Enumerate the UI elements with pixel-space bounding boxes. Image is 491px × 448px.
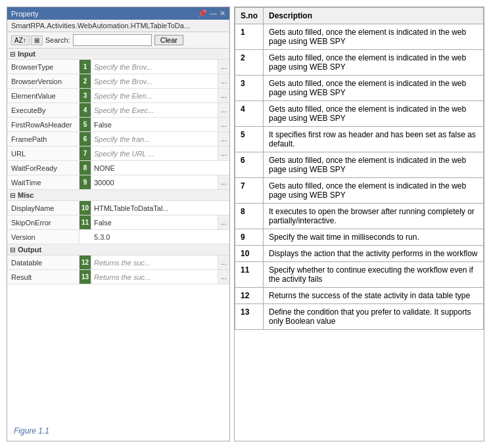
search-input[interactable] — [73, 34, 152, 46]
toolbar-icons: AZ↑ ⊞ — [11, 35, 43, 45]
pin-icon[interactable]: 📌 — [198, 9, 207, 18]
prop-result-ellipsis[interactable]: … — [218, 270, 229, 284]
prop-elementvalue-ellipsis[interactable]: … — [218, 89, 229, 102]
prop-waittime-ellipsis[interactable]: … — [218, 175, 229, 189]
section-misc-toggle: ⊟ — [10, 192, 15, 199]
table-row: 9 Specify the wait time in milliseconds … — [235, 229, 484, 246]
prop-browsertype-value[interactable]: Specify the Brov... — [91, 60, 218, 74]
prop-waitforready: WaitForReady 8 NONE — [7, 161, 229, 175]
prop-datatable-ellipsis[interactable]: … — [218, 256, 229, 269]
table-row: 7 Gets auto filled, once the element is … — [235, 178, 484, 204]
sort-category-button[interactable]: ⊞ — [31, 35, 43, 45]
figure-label: Figure 1.1 — [7, 421, 229, 441]
table-row: 10 Displays the action that the activity… — [235, 246, 484, 262]
prop-skiponerror-badge: 11 — [80, 215, 91, 229]
table-row: 4 Gets auto filled, once the element is … — [235, 101, 484, 127]
cell-desc: Gets auto filled, once the element is in… — [264, 50, 484, 76]
prop-skiponerror-ellipsis[interactable]: … — [218, 215, 229, 229]
section-input[interactable]: ⊟ Input — [7, 49, 229, 60]
prop-executeby-value[interactable]: Specify the Exec... — [91, 103, 218, 117]
prop-browserversion-name: BrowserVersion — [7, 74, 80, 88]
prop-firstrowasheader-name: FirstRowAsHeader — [7, 118, 80, 131]
prop-elementvalue-badge: 3 — [80, 89, 91, 102]
prop-displayname-value[interactable]: HTMLTableToDataTal... — [91, 201, 229, 215]
prop-url-value[interactable]: Specify the URL ... — [91, 146, 218, 160]
prop-firstrowasheader: FirstRowAsHeader 5 False … — [7, 118, 229, 132]
description-table: S.no Description 1 Gets auto filled, onc… — [235, 7, 484, 330]
prop-waitforready-badge: 8 — [80, 161, 91, 175]
close-icon[interactable]: ✕ — [220, 9, 225, 18]
prop-waittime-value[interactable]: 30000 — [91, 175, 218, 189]
table-row: 2 Gets auto filled, once the element is … — [235, 50, 484, 76]
prop-firstrowasheader-badge: 5 — [80, 118, 91, 131]
cell-desc: Specify the wait time in milliseconds to… — [264, 229, 484, 246]
cell-sno: 13 — [235, 304, 264, 330]
prop-skiponerror-name: SkipOnError — [7, 215, 80, 229]
section-input-toggle: ⊟ — [10, 51, 15, 58]
prop-executeby-ellipsis[interactable]: … — [218, 103, 229, 117]
prop-waittime-name: WaitTime — [7, 175, 80, 189]
prop-url-ellipsis[interactable]: … — [218, 146, 229, 160]
section-input-label: Input — [18, 50, 35, 58]
prop-result-value[interactable]: Returns the suc... — [91, 270, 218, 284]
prop-waittime: WaitTime 9 30000 … — [7, 175, 229, 190]
prop-elementvalue-name: ElementValue — [7, 89, 80, 102]
prop-executeby-name: ExecuteBy — [7, 103, 80, 117]
sort-alpha-button[interactable]: AZ↑ — [11, 35, 30, 45]
section-output-toggle: ⊟ — [10, 246, 15, 254]
table-row: 3 Gets auto filled, once the element is … — [235, 76, 484, 101]
section-misc-label: Misc — [18, 191, 34, 199]
col-header-sno: S.no — [235, 8, 264, 24]
cell-sno: 10 — [235, 246, 264, 262]
prop-executeby-badge: 4 — [80, 103, 91, 117]
prop-firstrowasheader-value[interactable]: False — [91, 118, 218, 131]
prop-elementvalue-value[interactable]: Specify the Elen... — [91, 89, 218, 102]
prop-waittime-badge: 9 — [80, 175, 91, 189]
dash-icon[interactable]: — — [210, 9, 217, 18]
table-row: 5 It specifies first row as header and h… — [235, 127, 484, 152]
prop-framepath: FramePath 6 Specify the fran... … — [7, 132, 229, 146]
panel-title: Property — [11, 10, 39, 18]
prop-result-badge: 13 — [80, 270, 91, 284]
prop-result-name: Result — [7, 270, 80, 284]
cell-sno: 11 — [235, 262, 264, 288]
prop-skiponerror-value[interactable]: False — [91, 215, 218, 229]
table-row: 8 It executes to open the browser after … — [235, 204, 484, 229]
panel-titlebar-icons: 📌 — ✕ — [198, 9, 225, 18]
prop-framepath-ellipsis[interactable]: … — [218, 132, 229, 146]
prop-displayname-badge: 10 — [80, 201, 91, 215]
cell-sno: 6 — [235, 152, 264, 178]
cell-desc: Specify whether to continue executing th… — [264, 262, 484, 288]
prop-result: Result 13 Returns the suc... … — [7, 270, 229, 284]
cell-sno: 2 — [235, 50, 264, 76]
cell-desc: Gets auto filled, once the element is in… — [264, 152, 484, 178]
prop-waitforready-value[interactable]: NONE — [91, 161, 229, 175]
prop-browserversion-ellipsis[interactable]: … — [218, 74, 229, 88]
panel-titlebar: Property 📌 — ✕ — [7, 7, 229, 20]
prop-browserversion: BrowserVersion 2 Specify the Brov... … — [7, 74, 229, 89]
prop-waitforready-name: WaitForReady — [7, 161, 80, 175]
prop-displayname-name: DisplayName — [7, 201, 80, 215]
property-panel: Property 📌 — ✕ SmartRPA.Activities.WebAu… — [7, 7, 230, 441]
cell-sno: 4 — [235, 101, 264, 127]
prop-framepath-value[interactable]: Specify the fran... — [91, 132, 218, 146]
cell-desc: Displays the action that the activity pe… — [264, 246, 484, 262]
panel-toolbar: AZ↑ ⊞ Search: Clear — [7, 32, 229, 49]
cell-desc: It specifies first row as header and has… — [264, 127, 484, 152]
cell-desc: Define the condition that you prefer to … — [264, 304, 484, 330]
prop-framepath-badge: 6 — [80, 132, 91, 146]
cell-sno: 12 — [235, 288, 264, 304]
prop-datatable: Datatable 12 Returns the suc... … — [7, 256, 229, 270]
prop-browsertype-ellipsis[interactable]: … — [218, 60, 229, 74]
cell-desc: It executes to open the browser after ru… — [264, 204, 484, 229]
clear-button[interactable]: Clear — [154, 35, 183, 45]
table-row: 12 Returns the success of the state acti… — [235, 288, 484, 304]
prop-datatable-value[interactable]: Returns the suc... — [91, 256, 218, 269]
section-output[interactable]: ⊟ Output — [7, 244, 229, 256]
prop-browserversion-value[interactable]: Specify the Brov... — [91, 74, 218, 88]
prop-firstrowasheader-ellipsis[interactable]: … — [218, 118, 229, 131]
prop-version-value: 5.3.0 — [80, 230, 229, 244]
section-output-label: Output — [18, 246, 41, 254]
prop-url: URL 7 Specify the URL ... … — [7, 146, 229, 161]
section-misc[interactable]: ⊟ Misc — [7, 190, 229, 201]
